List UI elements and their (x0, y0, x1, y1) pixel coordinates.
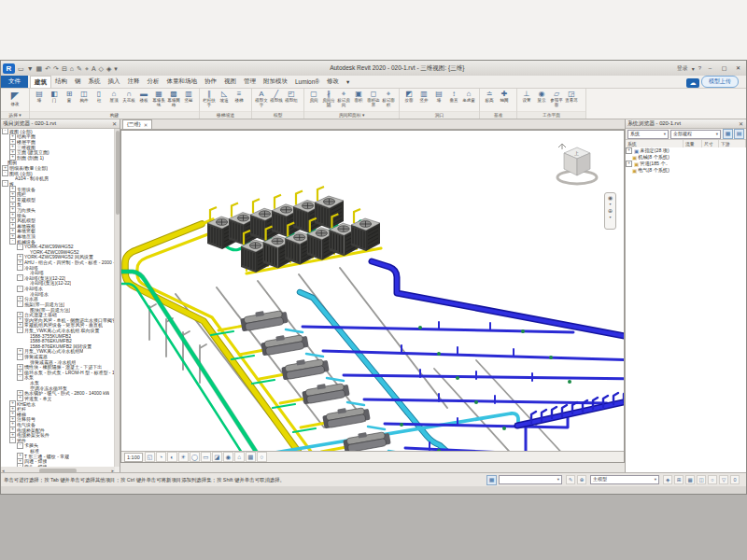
ribbon-tab[interactable]: 附加模块 (260, 76, 291, 88)
expander-icon[interactable]: - (2, 129, 8, 134)
ribbon-tool[interactable]: ↕垂直 (446, 90, 461, 103)
ribbon-tool[interactable]: ≐标高 (482, 90, 497, 103)
ribbon-tab[interactable]: 管理 (240, 76, 260, 88)
ribbon-tool[interactable]: ◺坡道 (217, 90, 232, 107)
expander-icon[interactable]: - (17, 374, 23, 381)
qat-icon[interactable]: ▭ (18, 64, 24, 73)
ribbon-tool[interactable]: ▤墙 (32, 90, 47, 107)
qat-icon[interactable]: ⊟ (62, 64, 67, 73)
revit-logo-icon[interactable]: R (3, 63, 15, 74)
ribbon-tool[interactable]: ▬楼板 (136, 90, 151, 107)
view-control-icon[interactable]: ○ (257, 452, 267, 462)
model-viewport[interactable]: 上 ◉ ▾ ⊕ ▾ 1:100 ◱◔◐ (120, 130, 625, 463)
ribbon-tool[interactable]: ◉显示 (534, 90, 549, 107)
ribbon-tab[interactable]: ▾ (343, 76, 353, 88)
expander-icon[interactable]: - (17, 301, 23, 307)
expander-icon[interactable]: - (9, 238, 16, 245)
view-tab-close-icon[interactable]: ✕ (144, 122, 148, 128)
ribbon-tab[interactable]: 注释 (124, 76, 144, 88)
expander-icon[interactable]: - (17, 274, 23, 281)
zoom-icon[interactable]: ⊕ (608, 207, 613, 214)
ribbon-tab[interactable]: 修改 (323, 76, 343, 88)
ribbon-tool[interactable]: ◤修改 (3, 90, 27, 106)
scale-button[interactable]: 1:100 (124, 453, 143, 462)
system-browser-header[interactable]: 系统浏览器 - 020-1.rvt ✕ (626, 119, 746, 129)
expander-icon[interactable] (24, 339, 29, 343)
status-filter-icon[interactable]: 0 (730, 475, 740, 484)
ribbon-tab[interactable]: 建筑 (30, 76, 51, 88)
minimize-button[interactable]: – (705, 63, 715, 73)
ribbon-tool[interactable]: ▯柱 (92, 90, 106, 107)
view-control-icon[interactable]: ▦ (246, 452, 256, 462)
view-control-icon[interactable]: ◔ (156, 452, 166, 462)
view-control-icon[interactable]: ◐ (167, 452, 177, 462)
system-row[interactable]: + ▣ 未指定(28 项) (626, 147, 746, 154)
expander-icon[interactable]: - (17, 354, 23, 360)
ribbon-tool[interactable]: ▤墙 (431, 90, 446, 103)
ribbon-tool[interactable]: ▣面积 (351, 90, 366, 107)
ribbon-tab[interactable]: 协作 (201, 76, 220, 88)
ribbon-tool[interactable]: ◫构件 (77, 90, 92, 107)
ribbon-tab[interactable]: 分析 (144, 76, 163, 88)
navigation-bar[interactable]: ◉ ▾ ⊕ ▾ (604, 192, 616, 230)
zoom-caret-icon[interactable]: ▾ (609, 215, 611, 219)
ribbon-tool[interactable]: ⌖标记面积 (381, 90, 396, 107)
ribbon-tool[interactable]: ▥竖梃 (181, 90, 196, 107)
design-options-dropdown[interactable]: 主模型▾ (590, 475, 659, 484)
steering-wheel-icon[interactable]: ◉ (608, 194, 613, 201)
cloud-upload-icon[interactable]: ☁ (686, 78, 699, 88)
system-browser-tool-icon[interactable]: ▤ (734, 129, 744, 139)
view-control-icon[interactable]: ◱ (145, 452, 155, 462)
status-filter-icon[interactable]: ◈ (663, 475, 672, 484)
ribbon-tool[interactable]: ◻面积边界 (366, 90, 381, 107)
ribbon-tab[interactable]: 体量和场地 (163, 76, 202, 88)
ribbon-tool[interactable]: ⊥设置 (519, 90, 534, 107)
qat-icon[interactable]: ▼ (27, 64, 34, 73)
ribbon-tool[interactable]: ▱参照平面 (549, 90, 564, 107)
qat-icon[interactable]: A (92, 64, 96, 73)
link-icon[interactable]: ⊕ (577, 475, 586, 484)
tree-vertical-scrollbar[interactable] (115, 129, 120, 467)
ribbon-group-label[interactable]: 房间和面积 ▾ (304, 111, 399, 119)
ribbon-tab[interactable]: 系统 (85, 76, 105, 88)
qat-icon[interactable]: ◇ (99, 64, 104, 73)
expander-icon[interactable]: - (17, 286, 23, 292)
expander-icon[interactable]: - (2, 180, 8, 187)
close-icon[interactable]: ✕ (738, 120, 744, 127)
view-control-icon[interactable]: ▭ (201, 452, 211, 462)
qat-icon[interactable]: ◈ (106, 64, 111, 73)
ribbon-tool[interactable]: ⌖标记房间 (336, 90, 351, 107)
view-control-icon[interactable]: ◉ (223, 452, 233, 462)
ribbon-tool[interactable]: ◧门 (47, 90, 62, 107)
ribbon-tool[interactable]: ▦幕墙系统 (151, 90, 166, 107)
expander-icon[interactable]: - (17, 327, 23, 333)
ribbon-tab[interactable]: 插入 (105, 76, 124, 88)
status-filter-icon[interactable]: ⊞ (674, 475, 684, 484)
ribbon-tab[interactable]: 结构 (51, 76, 71, 88)
status-filter-icon[interactable]: ▦ (685, 475, 695, 484)
file-tab[interactable]: 文件 (1, 76, 28, 88)
system-row[interactable]: + ▣ 管道(185 个.. (626, 161, 746, 167)
qat-icon[interactable]: ▦ (36, 64, 43, 73)
status-filter-icon[interactable]: ▽ (719, 475, 728, 484)
ribbon-tool[interactable]: ◰模型组 (284, 90, 299, 107)
worksets-icon[interactable]: ▦ (486, 475, 497, 485)
help-icon[interactable]: ? (698, 65, 701, 71)
editable-only-icon[interactable]: ✎ (566, 475, 575, 484)
expander-icon[interactable] (24, 333, 29, 338)
ribbon-tool[interactable]: ⊞窗 (62, 90, 77, 107)
system-row[interactable]: ▣ 机械(8 个系统) (626, 154, 746, 161)
expander-icon[interactable]: - (2, 170, 8, 176)
close-button[interactable]: ✕ (733, 63, 743, 73)
ribbon-tool[interactable]: ╱模型线 (269, 90, 284, 107)
expander-icon[interactable]: - (9, 437, 16, 443)
expander-icon[interactable]: - (17, 244, 23, 250)
view-control-icon[interactable]: ☀ (178, 452, 189, 462)
ribbon-tool[interactable]: ✚轴网 (497, 90, 512, 103)
expander-icon[interactable] (24, 381, 29, 385)
qat-icon[interactable]: ↶ (45, 64, 50, 73)
expander-icon[interactable]: - (17, 442, 23, 449)
signin-button[interactable]: 登录 (677, 64, 688, 73)
ribbon-tool[interactable]: ≡楼梯 (232, 90, 247, 107)
ribbon-tool[interactable]: ◲查看器 (564, 90, 579, 107)
